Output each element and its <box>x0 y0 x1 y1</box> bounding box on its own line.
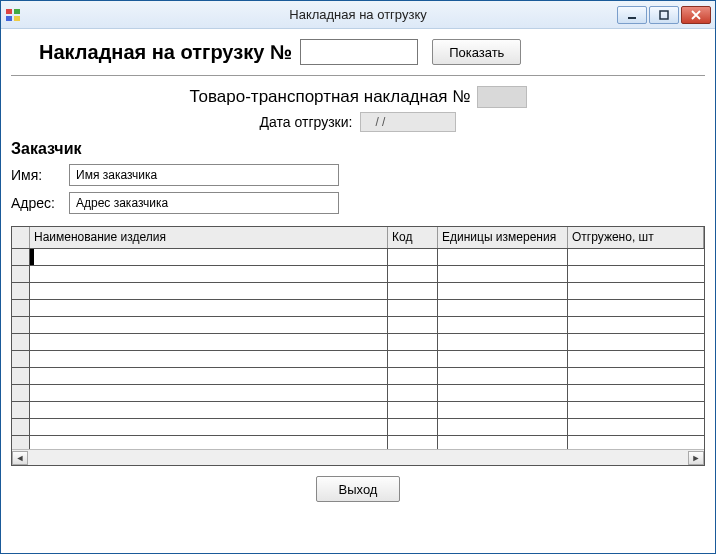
row-selector[interactable] <box>12 283 30 299</box>
grid-cell[interactable] <box>388 436 438 449</box>
grid-cell[interactable] <box>438 317 568 333</box>
grid-cell[interactable] <box>568 300 704 316</box>
table-row[interactable] <box>12 300 704 317</box>
col-header-code[interactable]: Код <box>388 227 438 248</box>
grid-cell[interactable] <box>438 249 568 265</box>
table-row[interactable] <box>12 385 704 402</box>
grid-cell[interactable] <box>388 300 438 316</box>
grid-cell[interactable] <box>30 351 388 367</box>
grid-cell[interactable] <box>568 351 704 367</box>
col-header-unit[interactable]: Единицы измерения <box>438 227 568 248</box>
row-selector[interactable] <box>12 419 30 435</box>
grid-cell[interactable] <box>30 419 388 435</box>
ship-date-label: Дата отгрузки: <box>260 114 353 130</box>
table-row[interactable] <box>12 368 704 385</box>
grid-cell[interactable] <box>438 266 568 282</box>
grid-cell[interactable] <box>30 317 388 333</box>
row-selector[interactable] <box>12 385 30 401</box>
scroll-left-icon[interactable]: ◄ <box>12 451 28 465</box>
grid-h-scrollbar[interactable]: ◄ ► <box>12 449 704 465</box>
row-selector[interactable] <box>12 402 30 418</box>
col-header-qty[interactable]: Отгружено, шт <box>568 227 704 248</box>
svg-rect-4 <box>628 17 636 19</box>
grid-cell[interactable] <box>30 436 388 449</box>
grid-cell[interactable] <box>388 419 438 435</box>
col-header-name[interactable]: Наименование изделия <box>30 227 388 248</box>
grid-cell[interactable] <box>388 385 438 401</box>
grid-cell[interactable] <box>30 249 388 265</box>
grid-cell[interactable] <box>438 283 568 299</box>
grid-body[interactable] <box>12 249 704 449</box>
doc-number-label: Накладная на отгрузку № <box>39 41 292 64</box>
grid-cell[interactable] <box>30 283 388 299</box>
table-row[interactable] <box>12 317 704 334</box>
row-selector[interactable] <box>12 266 30 282</box>
table-row[interactable] <box>12 419 704 436</box>
grid-cell[interactable] <box>438 351 568 367</box>
minimize-button[interactable] <box>617 6 647 24</box>
grid-cell[interactable] <box>388 368 438 384</box>
exit-button[interactable]: Выход <box>316 476 401 502</box>
grid-cell[interactable] <box>568 368 704 384</box>
doc-number-input[interactable] <box>300 39 418 65</box>
grid-cell[interactable] <box>388 334 438 350</box>
customer-name-input[interactable] <box>69 164 339 186</box>
grid-cell[interactable] <box>30 266 388 282</box>
grid-corner <box>12 227 30 248</box>
items-grid[interactable]: Наименование изделия Код Единицы измерен… <box>11 226 705 466</box>
grid-cell[interactable] <box>388 351 438 367</box>
row-selector[interactable] <box>12 300 30 316</box>
row-selector[interactable] <box>12 317 30 333</box>
grid-cell[interactable] <box>438 436 568 449</box>
grid-cell[interactable] <box>568 334 704 350</box>
table-row[interactable] <box>12 283 704 300</box>
customer-address-input[interactable] <box>69 192 339 214</box>
grid-cell[interactable] <box>438 368 568 384</box>
grid-cell[interactable] <box>388 402 438 418</box>
grid-cell[interactable] <box>438 419 568 435</box>
show-button[interactable]: Показать <box>432 39 521 65</box>
table-row[interactable] <box>12 249 704 266</box>
grid-cell[interactable] <box>30 300 388 316</box>
grid-cell[interactable] <box>388 317 438 333</box>
svg-rect-5 <box>660 11 668 19</box>
table-row[interactable] <box>12 402 704 419</box>
scroll-right-icon[interactable]: ► <box>688 451 704 465</box>
grid-cell[interactable] <box>30 334 388 350</box>
grid-cell[interactable] <box>568 249 704 265</box>
row-selector[interactable] <box>12 436 30 449</box>
table-row[interactable] <box>12 266 704 283</box>
row-selector[interactable] <box>12 351 30 367</box>
row-selector[interactable] <box>12 368 30 384</box>
grid-cell[interactable] <box>438 300 568 316</box>
close-button[interactable] <box>681 6 711 24</box>
grid-cell[interactable] <box>388 249 438 265</box>
grid-cell[interactable] <box>438 402 568 418</box>
grid-cell[interactable] <box>568 436 704 449</box>
grid-cell[interactable] <box>568 317 704 333</box>
app-icon <box>5 7 21 23</box>
cursor-indicator <box>30 249 34 265</box>
svg-rect-2 <box>6 16 12 21</box>
grid-cell[interactable] <box>438 334 568 350</box>
table-row[interactable] <box>12 351 704 368</box>
grid-cell[interactable] <box>30 368 388 384</box>
client-area: Накладная на отгрузку № Показать Товаро-… <box>1 29 715 553</box>
table-row[interactable] <box>12 334 704 351</box>
grid-cell[interactable] <box>388 266 438 282</box>
grid-cell[interactable] <box>30 385 388 401</box>
ttn-number-box <box>477 86 527 108</box>
grid-cell[interactable] <box>568 419 704 435</box>
grid-cell[interactable] <box>568 283 704 299</box>
grid-cell[interactable] <box>388 283 438 299</box>
ttn-subheader: Товаро-транспортная накладная № Дата отг… <box>11 76 705 132</box>
grid-cell[interactable] <box>568 266 704 282</box>
table-row[interactable] <box>12 436 704 449</box>
row-selector[interactable] <box>12 334 30 350</box>
maximize-button[interactable] <box>649 6 679 24</box>
grid-cell[interactable] <box>438 385 568 401</box>
grid-cell[interactable] <box>30 402 388 418</box>
row-selector[interactable] <box>12 249 30 265</box>
grid-cell[interactable] <box>568 402 704 418</box>
grid-cell[interactable] <box>568 385 704 401</box>
